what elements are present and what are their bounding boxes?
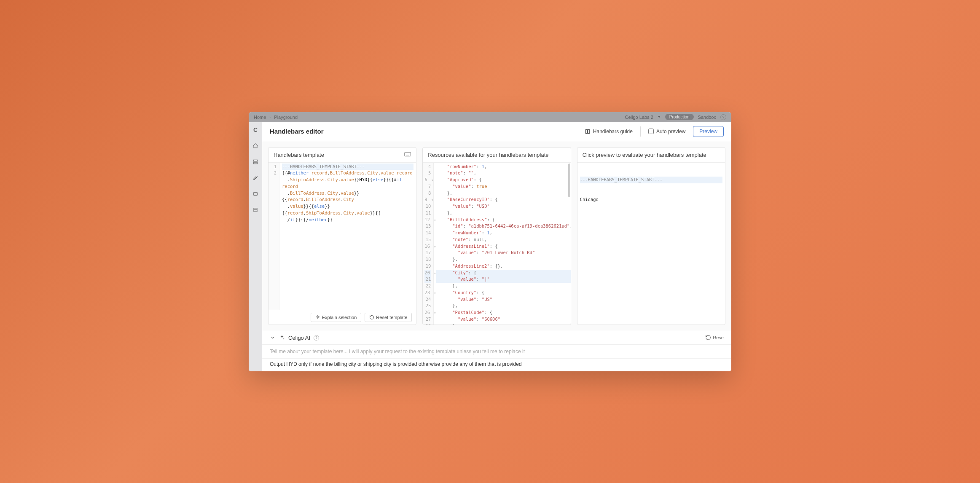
dashboard-icon[interactable] <box>252 158 259 165</box>
chevron-down-icon: ▼ <box>658 115 661 119</box>
marketplace-icon[interactable] <box>252 207 259 213</box>
output-panel-header: Click preview to evaluate your handlebar… <box>577 148 725 163</box>
template-code-editor[interactable]: 1 2 ---HANDLEBARS_TEMPLATE_START---{{#ne… <box>268 163 416 310</box>
scrollbar[interactable] <box>568 164 570 197</box>
env-sandbox[interactable]: Sandbox <box>698 115 716 120</box>
help-icon[interactable]: ? <box>720 114 726 120</box>
output-viewer: ---HANDLEBARS_TEMPLATE_START--- Chicago <box>577 163 725 325</box>
chevron-down-icon[interactable] <box>270 335 276 341</box>
divider <box>640 126 641 137</box>
template-panel-header: Handlebars template <box>268 148 416 163</box>
app-window: Home › Playground Celigo Labs 2 ▼ Produc… <box>249 112 731 371</box>
left-nav-rail: C <box>249 122 262 371</box>
help-icon[interactable]: ? <box>314 335 319 341</box>
data-icon[interactable] <box>252 191 259 197</box>
output-panel: Click preview to evaluate your handlebar… <box>577 147 725 325</box>
undo-icon <box>705 335 711 341</box>
editor-header: Handlebars editor Handlebars guide Auto … <box>262 122 731 141</box>
resources-panel-header: Resources available for your handlebars … <box>423 148 570 163</box>
chevron-right-icon: › <box>269 115 271 119</box>
undo-icon <box>369 315 374 320</box>
auto-preview-toggle[interactable]: Auto preview <box>648 129 685 134</box>
env-production-pill[interactable]: Production <box>665 114 694 120</box>
resources-panel: Resources available for your handlebars … <box>422 147 571 325</box>
org-selector[interactable]: Celigo Labs 2 <box>625 115 653 120</box>
template-panel: Handlebars template 1 2 ---HANDLEBARS_TE… <box>268 147 416 325</box>
svg-rect-1 <box>254 208 257 211</box>
breadcrumb-playground[interactable]: Playground <box>274 115 298 120</box>
explain-selection-button[interactable]: Explain selection <box>311 313 362 322</box>
book-icon <box>585 129 591 134</box>
keyboard-icon[interactable] <box>404 152 411 158</box>
svg-rect-0 <box>253 192 257 195</box>
logo-icon[interactable]: C <box>253 126 258 133</box>
auto-preview-checkbox[interactable] <box>648 129 654 134</box>
ai-title: Celigo AI <box>288 335 310 341</box>
ai-example-text: Output HYD only if none the billing city… <box>262 358 731 371</box>
sparkle-icon <box>279 335 285 341</box>
ai-prompt-input[interactable] <box>262 344 731 358</box>
ai-section: Celigo AI ? Rese Output HYD only if none… <box>262 331 731 371</box>
ai-reset-button[interactable]: Rese <box>705 335 724 341</box>
preview-button[interactable]: Preview <box>693 126 724 137</box>
sparkle-icon <box>315 315 320 320</box>
reset-template-button[interactable]: Reset template <box>365 313 412 322</box>
tools-icon[interactable] <box>252 174 259 181</box>
handlebars-guide-link[interactable]: Handlebars guide <box>585 129 633 134</box>
topbar: Home › Playground Celigo Labs 2 ▼ Produc… <box>249 112 731 122</box>
breadcrumb-home[interactable]: Home <box>254 115 266 120</box>
resources-code-viewer[interactable]: 456 ▾789 ▾101112 ▾13141516 ▾17181920 ▾21… <box>423 163 570 325</box>
home-icon[interactable] <box>252 142 259 149</box>
page-title: Handlebars editor <box>270 128 324 135</box>
breadcrumb: Home › Playground <box>254 115 298 120</box>
svg-rect-3 <box>405 152 411 156</box>
